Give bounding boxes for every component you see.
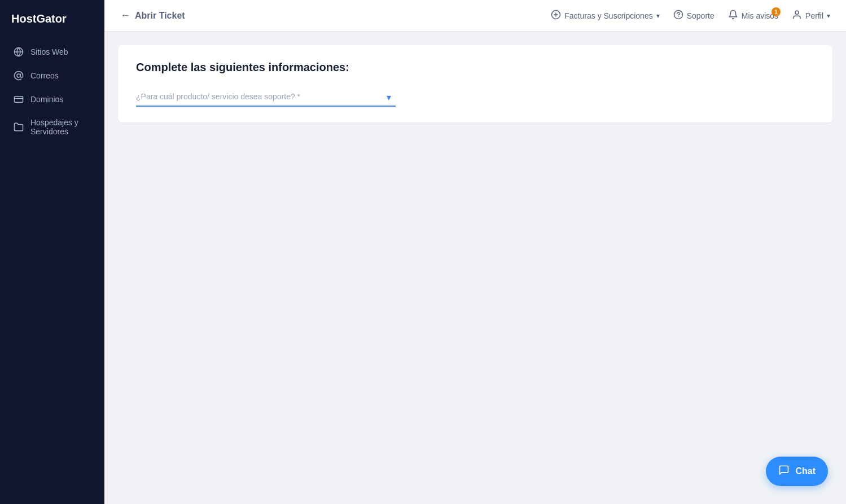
facturas-chevron-icon: ▾ [656,12,660,20]
user-icon [792,10,802,21]
soporte-menu[interactable]: Soporte [673,10,715,21]
chat-button[interactable]: Chat [766,457,828,486]
sidebar-item-label: Sitios Web [30,47,68,56]
globe-icon [14,47,24,57]
bell-icon [728,10,738,21]
product-select-wrapper[interactable]: ¿Para cuál producto/ servicio desea sopo… [136,87,396,107]
question-icon [673,10,683,21]
dollar-icon [551,10,561,21]
chat-label: Chat [795,466,816,476]
sidebar-item-label: Hospedajes y Servidores [30,118,91,136]
main-area: ← Abrir Ticket Facturas y Suscripciones … [104,0,846,504]
perfil-label: Perfil [805,11,823,20]
soporte-label: Soporte [687,11,715,20]
product-select[interactable]: ¿Para cuál producto/ servicio desea sopo… [136,87,396,107]
sidebar: HostGator Sitios Web Correos [0,0,104,504]
folder-icon [14,122,24,132]
sidebar-item-correos[interactable]: Correos [7,65,98,86]
card-title: Complete las siguientes informaciones: [136,61,814,74]
sidebar-item-label: Dominios [30,95,63,104]
page-title: Abrir Ticket [135,11,185,21]
sidebar-item-label: Correos [30,71,59,80]
svg-point-2 [17,74,20,77]
sidebar-item-dominios[interactable]: Dominios [7,89,98,110]
logo: HostGator [0,0,104,41]
svg-point-10 [795,11,799,14]
sidebar-nav: Sitios Web Correos Dominios [0,41,104,142]
back-arrow-icon: ← [120,10,130,21]
facturas-menu[interactable]: Facturas y Suscripciones ▾ [551,10,659,21]
topnav: ← Abrir Ticket Facturas y Suscripciones … [104,0,846,32]
svg-rect-3 [15,97,23,103]
main-card: Complete las siguientes informaciones: ¿… [118,45,832,122]
sidebar-item-hospedajes[interactable]: Hospedajes y Servidores [7,112,98,142]
content-area: Complete las siguientes informaciones: ¿… [104,32,846,504]
notification-badge: 1 [772,7,781,16]
perfil-chevron-icon: ▾ [827,12,830,20]
card-icon [14,94,24,104]
sidebar-item-sitios-web[interactable]: Sitios Web [7,41,98,63]
topnav-right: Facturas y Suscripciones ▾ Soporte 1 [551,10,830,21]
facturas-label: Facturas y Suscripciones [564,11,652,20]
at-icon [14,71,24,81]
perfil-menu[interactable]: Perfil ▾ [792,10,830,21]
back-button[interactable]: ← Abrir Ticket [120,10,185,21]
chat-icon [778,464,790,478]
avisos-menu[interactable]: 1 Mis avisos [728,10,778,21]
